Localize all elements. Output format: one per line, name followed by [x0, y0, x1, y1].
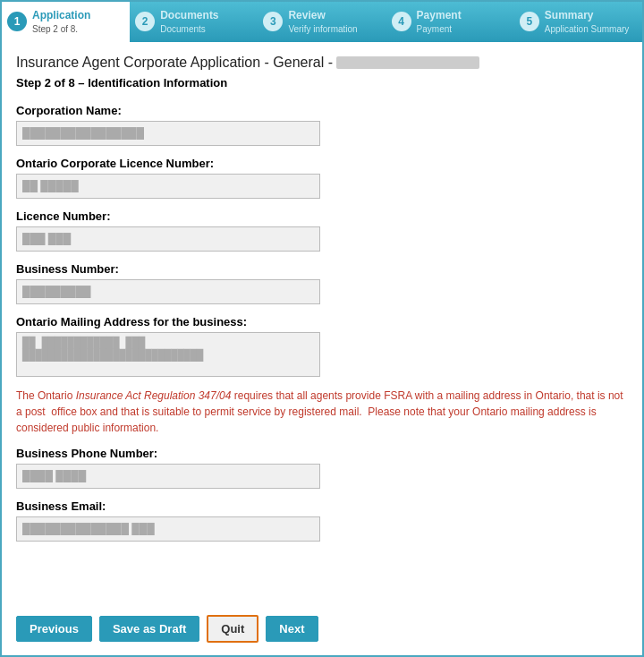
step-3-review[interactable]: 3 Review Verify information [258, 2, 386, 42]
previous-button[interactable]: Previous [16, 616, 92, 642]
step-2-number: 2 [135, 12, 155, 31]
step-4-label: Payment Payment [417, 9, 462, 35]
step-1-application[interactable]: 1 Application Step 2 of 8. [2, 2, 130, 42]
input-biz-email[interactable] [16, 516, 320, 542]
step-1-number: 1 [7, 12, 27, 31]
save-as-draft-button[interactable]: Save as Draft [99, 616, 199, 642]
step-4-payment[interactable]: 4 Payment Payment [386, 2, 514, 42]
notice-text: The Ontario Insurance Act Regulation 347… [16, 388, 628, 436]
notice-italic: Insurance Act Regulation 347/04 [76, 389, 232, 402]
step-2-label: Documents Documents [160, 9, 218, 35]
input-corporation-name[interactable] [16, 121, 320, 146]
field-corporation-name: Corporation Name: [16, 104, 628, 146]
label-biz-email: Business Email: [16, 499, 628, 513]
main-content: Insurance Agent Corporate Application - … [2, 42, 642, 606]
next-button[interactable]: Next [266, 616, 318, 642]
label-biz-phone: Business Phone Number: [16, 447, 628, 460]
step-3-number: 3 [263, 12, 283, 31]
label-corporation-name: Corporation Name: [16, 104, 628, 117]
input-ont-licence[interactable] [16, 174, 320, 199]
blurred-title-text [336, 56, 479, 69]
step-nav: 1 Application Step 2 of 8. 2 Documents D… [2, 2, 642, 42]
input-ont-address[interactable]: ██ ████████████ ███ ████████████████████… [16, 332, 320, 377]
step-heading: Step 2 of 8 – Identification Information [16, 76, 628, 90]
label-biz-num: Business Number: [16, 262, 628, 276]
label-ont-licence: Ontario Corporate Licence Number: [16, 157, 628, 170]
label-ont-address: Ontario Mailing Address for the business… [16, 315, 628, 328]
input-licence-num[interactable] [16, 226, 320, 252]
step-5-number: 5 [520, 12, 539, 31]
field-biz-num: Business Number: [16, 262, 628, 304]
label-licence-num: Licence Number: [16, 209, 628, 223]
step-3-label: Review Verify information [288, 9, 357, 35]
step-4-number: 4 [392, 12, 411, 31]
step-5-summary[interactable]: 5 Summary Application Summary [514, 2, 642, 42]
input-biz-num[interactable] [16, 279, 320, 304]
page-container: 1 Application Step 2 of 8. 2 Documents D… [0, 0, 644, 657]
field-biz-phone: Business Phone Number: [16, 447, 628, 489]
page-title: Insurance Agent Corporate Application - … [16, 55, 628, 71]
field-licence-num: Licence Number: [16, 209, 628, 252]
field-ont-licence: Ontario Corporate Licence Number: [16, 157, 628, 199]
footer-buttons: Previous Save as Draft Quit Next [2, 606, 642, 655]
field-ont-address: Ontario Mailing Address for the business… [16, 315, 628, 377]
step-2-documents[interactable]: 2 Documents Documents [130, 2, 258, 42]
field-biz-email: Business Email: [16, 499, 628, 542]
step-1-label: Application Step 2 of 8. [32, 9, 90, 35]
quit-button[interactable]: Quit [207, 615, 258, 643]
step-5-label: Summary Application Summary [545, 9, 629, 35]
input-biz-phone[interactable] [16, 464, 320, 489]
